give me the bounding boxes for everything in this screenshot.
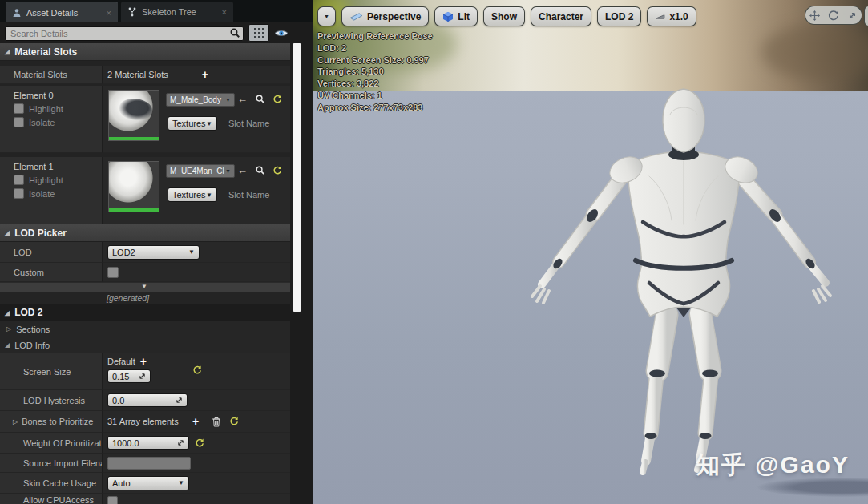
character-menu-button[interactable]: Character bbox=[531, 6, 591, 26]
tab-skeleton-tree[interactable]: Skeleton Tree × bbox=[121, 2, 233, 22]
custom-checkbox[interactable] bbox=[107, 267, 119, 278]
isolate-checkbox[interactable] bbox=[14, 117, 24, 127]
lit-mode-button[interactable]: Lit bbox=[434, 6, 478, 26]
reset-icon[interactable] bbox=[273, 95, 282, 104]
expand-open-icon: ◢ bbox=[5, 341, 10, 349]
lod-info-expander[interactable]: ◢ LOD Info bbox=[0, 337, 290, 353]
custom-row: Custom bbox=[0, 263, 290, 282]
viewport-options-button[interactable]: ▼ bbox=[317, 6, 336, 26]
expand-open-icon: ◢ bbox=[5, 48, 10, 55]
tab-asset-details[interactable]: Asset Details × bbox=[6, 2, 118, 22]
allow-cpu-access-checkbox[interactable] bbox=[107, 496, 118, 504]
search-input[interactable] bbox=[5, 26, 244, 41]
weight-of-prioritization-row: Weight Of Prioritizat 1000.0 bbox=[0, 433, 290, 454]
reset-icon[interactable] bbox=[273, 166, 282, 175]
category-title: LOD 2 bbox=[14, 307, 42, 318]
material-select[interactable]: M_Male_Body▼ bbox=[166, 93, 235, 107]
category-lod2[interactable]: ◢ LOD 2 bbox=[0, 304, 290, 321]
chevron-down-icon: ▼ bbox=[206, 192, 212, 199]
material-select[interactable]: M_UE4Man_Cl▼ bbox=[166, 164, 235, 178]
lod-select[interactable]: LOD2▼ bbox=[107, 245, 200, 260]
splitter-handle[interactable]: ▼ bbox=[0, 282, 290, 292]
tab-label: Skeleton Tree bbox=[142, 7, 196, 17]
show-menu-button[interactable]: Show bbox=[483, 6, 525, 26]
element-label: Element 1 bbox=[14, 162, 54, 171]
slot-name-label: Slot Name bbox=[228, 190, 269, 200]
playback-speed-button[interactable]: x1.0 bbox=[647, 6, 696, 26]
delete-icon[interactable] bbox=[212, 417, 221, 427]
pan-icon[interactable] bbox=[809, 10, 821, 22]
material-preview-sphere bbox=[115, 99, 152, 123]
reset-icon[interactable] bbox=[195, 438, 204, 448]
scrollbar-track[interactable] bbox=[290, 22, 313, 504]
reset-icon[interactable] bbox=[192, 365, 202, 375]
expander-label: LOD Info bbox=[14, 341, 50, 350]
weight-value: 1000.0 bbox=[112, 438, 139, 448]
category-lod-picker[interactable]: ◢ LOD Picker bbox=[0, 224, 290, 242]
splitter-icon: ▼ bbox=[141, 283, 147, 290]
add-material-slot-button[interactable]: + bbox=[202, 69, 208, 80]
viewport-nav-controls bbox=[805, 6, 862, 25]
category-title: LOD Picker bbox=[14, 228, 67, 239]
property-label: Allow CPUAccess bbox=[0, 494, 103, 504]
lod-hysteresis-input[interactable]: 0.0 bbox=[107, 393, 188, 407]
property-label: Source Import Filena bbox=[0, 454, 103, 473]
material-name: M_UE4Man_Cl bbox=[170, 167, 224, 175]
weight-input[interactable]: 1000.0 bbox=[107, 436, 189, 450]
add-array-element-button[interactable]: + bbox=[192, 416, 199, 427]
textures-dropdown[interactable]: Textures▼ bbox=[168, 116, 217, 131]
screen-size-value: 0.15 bbox=[112, 372, 129, 381]
array-count: 31 Array elements bbox=[107, 417, 179, 426]
asset-details-icon bbox=[12, 8, 22, 18]
lod-menu-button[interactable]: LOD 2 bbox=[597, 6, 641, 26]
screen-size-input[interactable]: 0.15 bbox=[107, 369, 151, 383]
skeleton-tree-icon bbox=[127, 7, 137, 17]
lit-cube-icon bbox=[442, 11, 454, 22]
sections-expander[interactable]: ▷ Sections bbox=[0, 321, 290, 337]
preview-viewport[interactable]: ▼ Perspective Lit Show Character LOD 2 x… bbox=[313, 0, 868, 504]
skin-cache-value: Auto bbox=[112, 478, 131, 488]
highlight-checkbox[interactable] bbox=[14, 103, 24, 114]
expand-collapsed-icon: ▷ bbox=[6, 325, 11, 333]
checkbox-label: Isolate bbox=[29, 118, 55, 127]
material-thumbnail[interactable] bbox=[108, 90, 159, 141]
preview-stats: Previewing Reference Pose LOD: 2 Current… bbox=[317, 30, 433, 114]
property-label: Weight Of Prioritizat bbox=[0, 433, 103, 454]
drag-slider-icon bbox=[139, 373, 146, 380]
lod-value: LOD2 bbox=[112, 248, 135, 257]
browse-icon[interactable] bbox=[255, 165, 265, 175]
clipped-toolbar-button[interactable] bbox=[864, 6, 868, 26]
button-label: Perspective bbox=[367, 11, 421, 22]
category-material-slots[interactable]: ◢ Material Slots bbox=[0, 43, 290, 61]
close-icon[interactable]: × bbox=[107, 8, 111, 18]
browse-icon[interactable] bbox=[255, 94, 265, 104]
checkbox-label: Isolate bbox=[29, 189, 55, 199]
mannequin-preview bbox=[513, 84, 850, 497]
watermark: 知乎 @GaoY bbox=[696, 449, 850, 482]
material-thumbnail[interactable] bbox=[108, 161, 159, 212]
scrollbar-thumb[interactable] bbox=[293, 43, 301, 312]
maximize-icon[interactable] bbox=[846, 10, 858, 22]
close-icon[interactable]: × bbox=[222, 7, 227, 17]
grid-view-button[interactable] bbox=[248, 24, 269, 42]
source-import-filename-input[interactable] bbox=[107, 457, 191, 470]
reset-icon[interactable] bbox=[229, 417, 239, 426]
material-slots-count-row: Material Slots 2 Material Slots + bbox=[0, 66, 290, 84]
isolate-checkbox[interactable] bbox=[14, 188, 24, 199]
checkbox-label: Highlight bbox=[29, 175, 63, 185]
use-selected-icon[interactable]: ← bbox=[237, 94, 248, 104]
use-selected-icon[interactable]: ← bbox=[237, 165, 248, 175]
skin-cache-select[interactable]: Auto▼ bbox=[107, 476, 189, 490]
button-label: Character bbox=[539, 11, 583, 22]
asset-color-bar bbox=[109, 137, 159, 140]
add-override-button[interactable]: + bbox=[140, 356, 147, 367]
textures-label: Textures bbox=[172, 119, 206, 128]
stat-line: Triangles: 5,130 bbox=[317, 66, 433, 78]
textures-dropdown[interactable]: Textures▼ bbox=[168, 187, 217, 202]
orbit-icon[interactable] bbox=[827, 10, 839, 22]
stat-line: LOD: 2 bbox=[317, 42, 433, 54]
highlight-checkbox[interactable] bbox=[14, 175, 24, 185]
perspective-button[interactable]: Perspective bbox=[341, 6, 429, 26]
expand-collapsed-icon: ▷ bbox=[13, 418, 18, 425]
property-label: Material Slots bbox=[0, 66, 103, 84]
